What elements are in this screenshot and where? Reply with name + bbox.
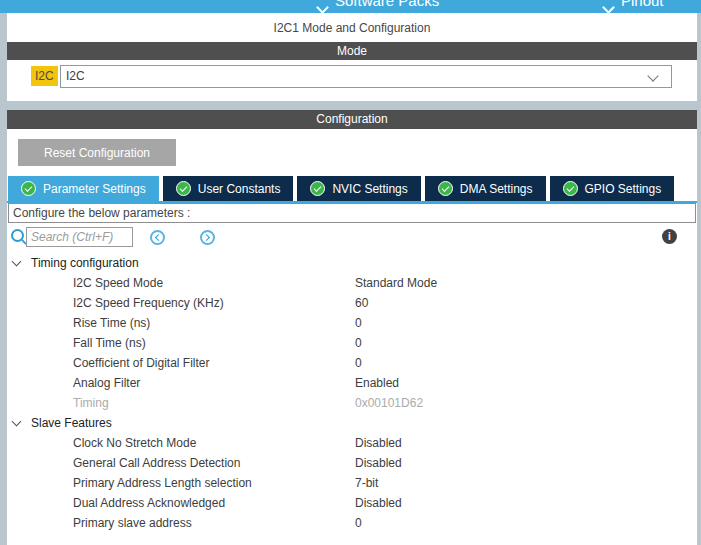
param-row[interactable]: I2C Speed Frequency (KHz)60	[8, 293, 695, 313]
param-label: Clock No Stretch Mode	[73, 433, 196, 453]
group-header-slave-features[interactable]: Slave Features	[8, 413, 695, 433]
check-icon	[438, 181, 453, 196]
param-label: Primary Address Length selection	[73, 473, 252, 493]
search-previous-button[interactable]	[150, 230, 165, 245]
param-row[interactable]: Analog FilterEnabled	[8, 373, 695, 393]
param-row[interactable]: Clock No Stretch ModeDisabled	[8, 433, 695, 453]
chevron-down-icon	[647, 70, 658, 81]
param-row[interactable]: Dual Address AcknowledgedDisabled	[8, 493, 695, 513]
param-value: 0	[355, 513, 362, 533]
tab-label: User Constants	[198, 182, 281, 196]
tab-nvic-settings[interactable]: NVIC Settings	[297, 176, 420, 201]
param-row[interactable]: General Call Address DetectionDisabled	[8, 453, 695, 473]
tab-dma-settings[interactable]: DMA Settings	[425, 176, 546, 201]
check-icon	[563, 181, 578, 196]
param-value: Disabled	[355, 453, 402, 473]
mode-select-value: I2C	[66, 69, 85, 83]
param-label: Fall Time (ns)	[73, 333, 146, 353]
param-label: Timing	[73, 393, 109, 413]
param-value: Disabled	[355, 493, 402, 513]
configuration-section-header: Configuration	[7, 110, 697, 129]
top-toolbar: Software Packs Pinout	[0, 0, 701, 13]
param-label: I2C Speed Frequency (KHz)	[73, 293, 224, 313]
parameter-list: Timing configurationI2C Speed ModeStanda…	[8, 253, 695, 533]
param-row[interactable]: Primary Address Length selection7-bit	[8, 473, 695, 493]
software-packs-menu[interactable]: Software Packs	[335, 0, 439, 9]
check-icon	[21, 181, 36, 196]
group-header-timing-configuration[interactable]: Timing configuration	[8, 253, 695, 273]
group-label: Slave Features	[31, 416, 112, 430]
search-input[interactable]	[26, 227, 133, 247]
chevron-down-icon	[12, 417, 22, 427]
chevron-down-icon	[12, 257, 22, 267]
param-value: Disabled	[355, 433, 402, 453]
param-label: Rise Time (ns)	[73, 313, 150, 333]
config-tabs: Parameter SettingsUser ConstantsNVIC Set…	[8, 176, 674, 201]
param-label: Dual Address Acknowledged	[73, 493, 225, 513]
param-row[interactable]: Coefficient of Digital Filter0	[8, 353, 695, 373]
param-value: 7-bit	[355, 473, 378, 493]
chevron-down-icon	[602, 1, 615, 13]
mode-section-header: Mode	[7, 42, 697, 60]
chevron-down-icon	[316, 1, 329, 13]
group-label: Timing configuration	[31, 256, 139, 270]
tab-label: Parameter Settings	[43, 182, 146, 196]
param-value: 60	[355, 293, 368, 313]
param-label: Coefficient of Digital Filter	[73, 353, 210, 373]
param-value: 0	[355, 353, 362, 373]
param-value: 0	[355, 333, 362, 353]
param-value: Standard Mode	[355, 273, 437, 293]
peripheral-tag: I2C	[31, 66, 58, 86]
tab-parameter-settings[interactable]: Parameter Settings	[8, 176, 159, 201]
tab-label: DMA Settings	[460, 182, 533, 196]
param-label: Primary slave address	[73, 513, 192, 533]
tab-gpio-settings[interactable]: GPIO Settings	[550, 176, 675, 201]
param-value: 0x00101D62	[355, 393, 423, 413]
param-label: Analog Filter	[73, 373, 140, 393]
param-label: I2C Speed Mode	[73, 273, 163, 293]
pinout-menu[interactable]: Pinout	[621, 0, 664, 9]
param-row[interactable]: Primary slave address0	[8, 513, 695, 533]
check-icon	[310, 181, 325, 196]
mode-select[interactable]: I2C	[60, 65, 672, 88]
param-value: Enabled	[355, 373, 399, 393]
param-row[interactable]: Fall Time (ns)0	[8, 333, 695, 353]
search-next-button[interactable]	[200, 230, 215, 245]
search-icon	[11, 229, 24, 242]
param-value: 0	[355, 313, 362, 333]
tab-label: NVIC Settings	[332, 182, 407, 196]
param-row[interactable]: Rise Time (ns)0	[8, 313, 695, 333]
panel-title: I2C1 Mode and Configuration	[7, 14, 697, 42]
tab-user-constants[interactable]: User Constants	[163, 176, 294, 201]
configure-parameters-hint: Configure the below parameters :	[8, 203, 696, 223]
info-icon[interactable]: i	[662, 229, 677, 244]
check-icon	[176, 181, 191, 196]
param-row[interactable]: I2C Speed ModeStandard Mode	[8, 273, 695, 293]
reset-configuration-button[interactable]: Reset Configuration	[18, 139, 176, 166]
param-label: General Call Address Detection	[73, 453, 240, 473]
param-row[interactable]: Timing0x00101D62	[8, 393, 695, 413]
tab-label: GPIO Settings	[585, 182, 662, 196]
